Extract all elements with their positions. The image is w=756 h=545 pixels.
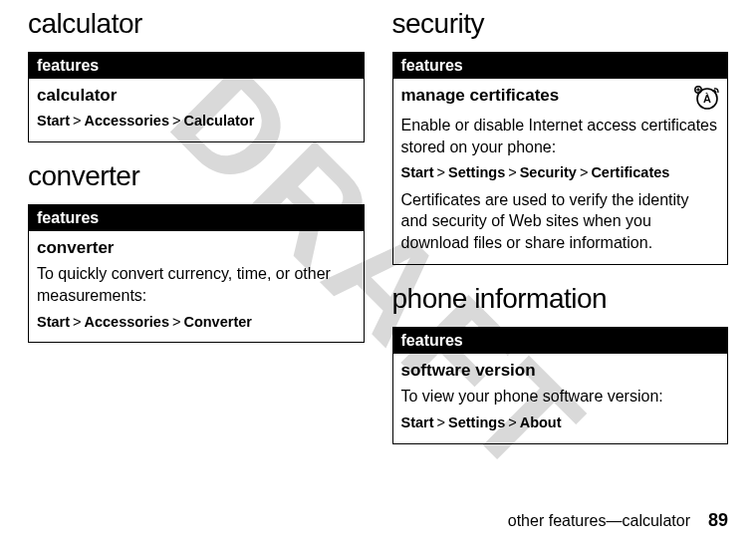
- path-step: Settings: [448, 414, 505, 430]
- features-header: features: [29, 53, 364, 79]
- path-sep: >: [505, 414, 519, 430]
- path-sep: >: [70, 314, 84, 330]
- feature-desc: Enable or disable Internet access certif…: [401, 115, 720, 157]
- nav-path: Start>Accessories>Calculator: [37, 112, 356, 132]
- nav-path: Start>Accessories>Converter: [37, 313, 356, 333]
- features-header: features: [393, 53, 728, 79]
- feature-title: manage certificates À: [401, 85, 720, 111]
- path-sep: >: [169, 113, 183, 129]
- heading-security: security: [392, 8, 729, 40]
- feature-desc: To view your phone software version:: [401, 386, 720, 408]
- features-box-security: features manage certificates À Enable or…: [392, 52, 729, 265]
- features-body: calculator Start>Accessories>Calculator: [29, 79, 364, 141]
- svg-text:À: À: [703, 93, 711, 105]
- features-body: software version To view your phone soft…: [393, 354, 728, 443]
- feature-title-text: manage certificates: [401, 85, 560, 108]
- page-footer: other features—calculator 89: [508, 510, 728, 531]
- footer-text: other features—calculator: [508, 512, 690, 530]
- feature-desc: Certificates are used to verify the iden…: [401, 189, 720, 254]
- path-step: Accessories: [85, 113, 169, 129]
- path-step: Calculator: [183, 113, 254, 129]
- feature-title: software version: [401, 360, 720, 383]
- page-content: calculator features calculator Start>Acc…: [0, 0, 756, 490]
- feature-desc: To quickly convert currency, time, or ot…: [37, 263, 356, 306]
- features-header: features: [393, 328, 728, 354]
- feature-title-text: software version: [401, 360, 536, 383]
- features-box-converter: features converter To quickly convert cu…: [28, 204, 365, 344]
- path-sep: >: [70, 113, 84, 129]
- path-sep: >: [577, 164, 591, 180]
- features-header: features: [29, 205, 364, 231]
- features-box-calculator: features calculator Start>Accessories>Ca…: [28, 52, 365, 142]
- features-body: converter To quickly convert currency, t…: [29, 231, 364, 343]
- path-step: Security: [520, 164, 577, 180]
- heading-converter: converter: [28, 160, 365, 192]
- path-step: Start: [401, 414, 434, 430]
- path-step: About: [520, 414, 562, 430]
- feature-title: converter: [37, 237, 356, 260]
- left-column: calculator features calculator Start>Acc…: [28, 8, 365, 490]
- feature-title-text: converter: [37, 237, 114, 260]
- nav-path: Start>Settings>Security>Certificates: [401, 163, 720, 183]
- nav-path: Start>Settings>About: [401, 413, 720, 433]
- path-step: Start: [37, 314, 70, 330]
- path-sep: >: [434, 414, 448, 430]
- features-box-phone-info: features software version To view your p…: [392, 327, 729, 444]
- path-sep: >: [505, 164, 519, 180]
- page-number: 89: [708, 510, 728, 531]
- path-sep: >: [169, 314, 183, 330]
- heading-phone-info: phone information: [392, 283, 729, 315]
- heading-calculator: calculator: [28, 8, 365, 40]
- feature-title-text: calculator: [37, 85, 117, 108]
- right-column: security features manage certificates À: [392, 8, 729, 490]
- feature-title: calculator: [37, 85, 356, 108]
- features-body: manage certificates À Enable or disable …: [393, 79, 728, 264]
- path-step: Start: [37, 113, 70, 129]
- path-step: Start: [401, 164, 434, 180]
- path-step: Settings: [448, 164, 505, 180]
- path-step: Certificates: [591, 164, 669, 180]
- path-sep: >: [434, 164, 448, 180]
- path-step: Converter: [183, 314, 252, 330]
- certificate-icon: À: [693, 85, 719, 111]
- path-step: Accessories: [85, 314, 169, 330]
